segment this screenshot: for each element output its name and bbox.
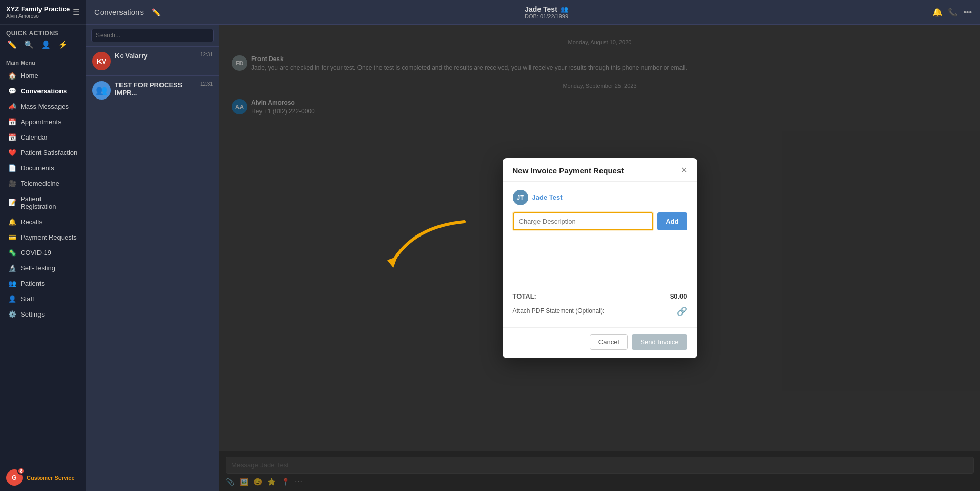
sidebar-item-label: Self-Testing: [21, 264, 55, 272]
sidebar-item-label: Patient Satisfaction: [21, 149, 77, 156]
total-value: $0.00: [670, 292, 687, 300]
brand-info: XYZ Family Practice Alvin Amoroso: [6, 5, 70, 19]
patient-satisfaction-icon: ❤️: [8, 149, 16, 156]
topbar-left: Conversations ✏️: [94, 8, 161, 16]
main-area: Conversations ✏️ Jade Test 👥 DOB: 01/22/…: [86, 0, 980, 491]
customer-service-label: Customer Service: [27, 475, 75, 481]
modal-dialog: New Invoice Payment Request ✕ JT Jade Te…: [503, 158, 697, 358]
list-item[interactable]: KV Kc Valarry 12:31: [86, 47, 219, 76]
filter-icon[interactable]: ⚡: [58, 40, 68, 49]
calendar-icon: 📆: [8, 133, 16, 141]
sidebar-item-mass-messages[interactable]: 📣 Mass Messages: [2, 99, 84, 114]
covid-icon: 🦠: [8, 249, 16, 257]
sidebar-item-label: Patient Registration: [21, 195, 78, 210]
conv-info: TEST FOR PROCESS IMPR...: [115, 81, 196, 97]
sidebar-item-label: Payment Requests: [21, 233, 77, 241]
notification-icon[interactable]: 🔔: [932, 7, 943, 17]
sidebar-item-label: Mass Messages: [21, 103, 69, 110]
modal-close-button[interactable]: ✕: [681, 166, 687, 174]
add-patient-icon[interactable]: 👤: [41, 40, 51, 49]
notification-badge: 8: [17, 467, 25, 475]
topbar: Conversations ✏️ Jade Test 👥 DOB: 01/22/…: [86, 0, 980, 25]
menu-icon[interactable]: ☰: [73, 7, 80, 17]
topbar-compose-icon[interactable]: ✏️: [152, 8, 161, 16]
sidebar: XYZ Family Practice Alvin Amoroso ☰ Quic…: [0, 0, 86, 491]
sidebar-item-patient-satisfaction[interactable]: ❤️ Patient Satisfaction: [2, 145, 84, 160]
topbar-patient-dob: DOB: 01/22/1999: [525, 13, 568, 19]
chat-area: Monday, August 10, 2020 FD Front Desk Ja…: [219, 25, 980, 491]
compose-icon[interactable]: ✏️: [7, 40, 17, 49]
more-options-icon[interactable]: •••: [963, 8, 972, 17]
topbar-center: Jade Test 👥 DOB: 01/22/1999: [525, 5, 568, 19]
attach-pdf-icon[interactable]: 🔗: [677, 306, 687, 316]
cancel-button[interactable]: Cancel: [590, 334, 628, 350]
modal-input-row: Add: [513, 212, 687, 230]
sidebar-item-patient-registration[interactable]: 📝 Patient Registration: [2, 191, 84, 214]
avatar[interactable]: G 8: [6, 469, 23, 486]
modal-body: JT Jade Test Add TOTAL: $0.00: [503, 182, 697, 327]
sidebar-item-label: Conversations: [21, 87, 67, 95]
avatar-initials: G: [12, 474, 16, 481]
sidebar-item-payment-requests[interactable]: 💳 Payment Requests: [2, 230, 84, 245]
sidebar-item-settings[interactable]: ⚙️ Settings: [2, 307, 84, 322]
sidebar-item-label: Staff: [21, 295, 34, 303]
sidebar-item-patients[interactable]: 👥 Patients: [2, 276, 84, 291]
staff-icon: 👤: [8, 295, 16, 303]
conv-name: TEST FOR PROCESS IMPR...: [115, 81, 196, 96]
invoice-items-area: [513, 237, 687, 278]
sidebar-item-label: Telemedicine: [21, 180, 59, 187]
topbar-patient-name: Jade Test: [525, 5, 557, 13]
total-label: TOTAL:: [513, 292, 536, 300]
self-testing-icon: 🔬: [8, 264, 16, 272]
search-icon[interactable]: 🔍: [24, 40, 34, 49]
send-invoice-button[interactable]: Send Invoice: [632, 334, 687, 350]
sidebar-item-conversations[interactable]: 💬 Conversations: [2, 84, 84, 99]
sidebar-nav: 🏠 Home 💬 Conversations 📣 Mass Messages 📅…: [0, 68, 86, 322]
sidebar-item-documents[interactable]: 📄 Documents: [2, 161, 84, 175]
phone-icon[interactable]: 📞: [948, 7, 958, 17]
add-charge-button[interactable]: Add: [657, 212, 687, 230]
sidebar-item-calendar[interactable]: 📆 Calendar: [2, 130, 84, 145]
home-icon: 🏠: [8, 72, 16, 80]
modal-header: New Invoice Payment Request ✕: [503, 158, 697, 182]
modal-total-row: TOTAL: $0.00: [513, 289, 687, 303]
sidebar-item-covid19[interactable]: 🦠 COVID-19: [2, 245, 84, 260]
conv-info: Kc Valarry: [115, 52, 196, 61]
patient-avatar: JT: [513, 190, 528, 205]
appointments-icon: 📅: [8, 118, 16, 126]
sidebar-bottom: G 8 Customer Service: [0, 464, 86, 491]
conv-search: [86, 25, 219, 47]
avatar: 👥: [92, 81, 111, 100]
sidebar-header: XYZ Family Practice Alvin Amoroso ☰: [0, 0, 86, 25]
brand-title: XYZ Family Practice: [6, 5, 70, 13]
sidebar-item-label: Home: [21, 72, 38, 80]
modal-footer: Cancel Send Invoice: [503, 327, 697, 358]
patients-icon: 👥: [8, 280, 16, 287]
quick-action-icons: ✏️ 🔍 👤 ⚡: [0, 40, 86, 55]
modal-patient-row: JT Jade Test: [513, 190, 687, 205]
sidebar-item-label: Documents: [21, 164, 54, 172]
sidebar-item-label: Recalls: [21, 218, 43, 226]
sidebar-item-self-testing[interactable]: 🔬 Self-Testing: [2, 261, 84, 276]
sidebar-item-telemedicine[interactable]: 🎥 Telemedicine: [2, 176, 84, 191]
sidebar-item-label: Settings: [21, 310, 45, 318]
topbar-conversations-label: Conversations: [94, 8, 144, 16]
conv-time: 12:31: [200, 81, 213, 87]
search-input[interactable]: [91, 29, 214, 42]
sidebar-item-home[interactable]: 🏠 Home: [2, 68, 84, 83]
modal-backdrop: New Invoice Payment Request ✕ JT Jade Te…: [219, 25, 980, 491]
content-split: KV Kc Valarry 12:31 👥 TEST FOR PROCESS I…: [86, 25, 980, 491]
patient-group-icon: 👥: [561, 6, 568, 13]
charge-description-input[interactable]: [513, 212, 654, 230]
conv-time: 12:31: [200, 52, 213, 57]
list-item[interactable]: 👥 TEST FOR PROCESS IMPR... 12:31: [86, 76, 219, 105]
mass-messages-icon: 📣: [8, 103, 16, 110]
sidebar-item-recalls[interactable]: 🔔 Recalls: [2, 214, 84, 229]
modal-title: New Invoice Payment Request: [513, 166, 624, 175]
telemedicine-icon: 🎥: [8, 180, 16, 187]
avatar: KV: [92, 52, 111, 70]
conversations-icon: 💬: [8, 87, 16, 95]
sidebar-item-appointments[interactable]: 📅 Appointments: [2, 114, 84, 129]
sidebar-item-label: Calendar: [21, 133, 48, 141]
sidebar-item-staff[interactable]: 👤 Staff: [2, 291, 84, 306]
